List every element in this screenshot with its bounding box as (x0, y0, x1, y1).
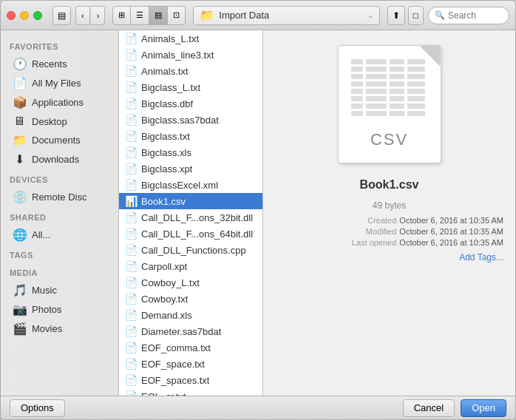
desktop-icon: 🖥 (13, 115, 26, 128)
file-item[interactable]: 📄 Bigclass.xpt (119, 160, 262, 177)
file-item[interactable]: 📄 BigclassExcel.xml (119, 177, 262, 193)
forward-button[interactable]: › (92, 6, 106, 25)
svg-rect-30 (390, 111, 404, 116)
coverflow-view-button[interactable]: ⊡ (168, 6, 186, 25)
file-icon: 📄 (125, 342, 137, 353)
cancel-button[interactable]: Cancel (403, 399, 455, 417)
file-name: Animals_line3.txt (141, 50, 214, 61)
file-name: EOF_comma.txt (141, 342, 211, 353)
tags-section-label: Tags (1, 245, 118, 262)
file-icon: 📄 (125, 65, 137, 77)
location-bar[interactable]: 📁 Import Data ⌄ (193, 6, 379, 25)
file-icon: 📄 (125, 49, 137, 61)
last-opened-row: Last opened October 6, 2016 at 10:35 AM (275, 238, 503, 247)
sidebar-item-photos[interactable]: 📷 Photos (4, 300, 115, 319)
documents-icon: 📁 (13, 133, 26, 147)
all-my-files-icon: 📄 (13, 76, 26, 90)
upload-button[interactable]: ⬆ (387, 6, 405, 25)
sidebar-item-all-shared[interactable]: 🌐 All... (4, 226, 115, 244)
main-area: Favorites 🕐 Recents 📄 All My Files 📦 App… (1, 30, 515, 396)
svg-rect-8 (351, 74, 363, 79)
sidebar-toggle-button[interactable]: ▤ (52, 6, 71, 25)
sidebar-item-downloads[interactable]: ⬇ Downloads (4, 150, 115, 169)
search-box[interactable]: 🔍 (428, 7, 509, 24)
sidebar-item-desktop[interactable]: 🖥 Desktop (4, 112, 115, 130)
sidebar-item-applications[interactable]: 📦 Applications (4, 93, 115, 112)
file-icon: 📄 (125, 390, 137, 396)
back-button[interactable]: ‹ (75, 6, 90, 25)
file-name: Bigclass.xls (141, 147, 191, 158)
file-name: Bigclass.sas7bdat (141, 115, 219, 126)
open-button[interactable]: Open (461, 399, 506, 417)
file-item[interactable]: 📄 EOF_spaces.txt (119, 372, 262, 388)
file-item[interactable]: 📄 Cowboy_L.txt (119, 274, 262, 291)
sidebar-item-all-my-files[interactable]: 📄 All My Files (4, 74, 115, 92)
svg-rect-29 (366, 111, 387, 116)
svg-rect-25 (366, 104, 387, 109)
file-name: Cowboy_L.txt (141, 277, 200, 288)
statusbar-right: Cancel Open (403, 399, 506, 417)
svg-rect-10 (390, 74, 404, 79)
file-item[interactable]: 📄 Call_DLL_F...ons_32bit.dll (119, 209, 262, 226)
favorites-section-label: Favorites (1, 36, 118, 54)
file-item[interactable]: 📄 Animals.txt (119, 63, 262, 79)
options-button[interactable]: Options (10, 399, 65, 417)
svg-rect-24 (351, 104, 363, 109)
chevron-down-icon: ⌄ (367, 11, 373, 19)
file-item[interactable]: 📄 Demand.xls (119, 307, 262, 323)
file-item-selected[interactable]: 📊 Book1.csv (119, 193, 262, 209)
svg-rect-16 (351, 89, 363, 94)
sidebar-item-documents[interactable]: 📁 Documents (4, 131, 115, 149)
modified-label: Modified (366, 227, 397, 236)
file-item[interactable]: 📄 EOF_space.txt (119, 356, 262, 372)
file-name: BigclassExcel.xml (141, 180, 218, 191)
file-item[interactable]: 📄 Bigclass.sas7bdat (119, 112, 262, 128)
svg-rect-27 (407, 104, 425, 109)
svg-rect-22 (390, 96, 404, 101)
file-item[interactable]: 📄 Animals_line3.txt (119, 47, 262, 63)
close-button[interactable] (7, 11, 16, 20)
file-item[interactable]: 📄 Call_DLL_F...ons_64bit.dll (119, 226, 262, 242)
modified-row: Modified October 6, 2016 at 10:35 AM (275, 227, 503, 236)
file-item[interactable]: 📄 Bigclass.dbf (119, 95, 262, 112)
file-name: Bigclass_L.txt (141, 82, 200, 93)
file-item[interactable]: 📄 Bigclass_L.txt (119, 79, 262, 95)
sidebar-item-label: Remote Disc (32, 192, 86, 203)
file-item[interactable]: 📄 Cowboy.txt (119, 291, 262, 307)
file-item[interactable]: 📄 Bigclass.xls (119, 144, 262, 160)
file-metadata: 49 bytes Created October 6, 2016 at 10:3… (275, 200, 503, 262)
file-item[interactable]: 📄 Carpoll.xpt (119, 258, 262, 274)
sidebar-item-label: Photos (32, 304, 61, 315)
file-item[interactable]: 📄 Bigclass.txt (119, 128, 262, 144)
file-icon: 📄 (125, 211, 137, 223)
svg-rect-3 (407, 59, 425, 64)
column-view-button[interactable]: ▤ (149, 6, 168, 25)
zoom-button[interactable] (33, 11, 42, 20)
svg-rect-13 (366, 81, 387, 87)
file-item[interactable]: 📄 EOL_cr.txt (119, 388, 262, 396)
icon-view-button[interactable]: ⊞ (112, 6, 131, 25)
file-item[interactable]: 📄 Call_DLL_Functions.cpp (119, 242, 262, 258)
photos-icon: 📷 (13, 302, 26, 316)
minimize-button[interactable] (20, 11, 29, 20)
folder-icon: 📁 (200, 8, 214, 22)
sidebar-item-movies[interactable]: 🎬 Movies (4, 319, 115, 338)
shared-section-label: Shared (1, 207, 118, 225)
file-item[interactable]: 📄 Diameter.sas7bdat (119, 323, 262, 339)
csv-file-icon: 📊 (125, 195, 137, 207)
file-item[interactable]: 📄 Animals_L.txt (119, 30, 262, 47)
sidebar-item-music[interactable]: 🎵 Music (4, 281, 115, 299)
file-item[interactable]: 📄 EOF_comma.txt (119, 339, 262, 356)
list-view-button[interactable]: ☰ (131, 6, 149, 25)
search-input[interactable] (448, 10, 507, 21)
sidebar-item-recents[interactable]: 🕐 Recents (4, 55, 115, 73)
share-button[interactable]: □ (408, 6, 424, 25)
file-icon: 📄 (125, 163, 137, 175)
sidebar-item-remote-disc[interactable]: 💿 Remote Disc (4, 188, 115, 206)
nav-buttons: ‹ › (75, 6, 105, 25)
file-icon: 📄 (125, 130, 137, 142)
search-icon: 🔍 (435, 10, 445, 20)
file-name: EOF_space.txt (141, 359, 205, 370)
add-tags-button[interactable]: Add Tags... (459, 252, 503, 262)
sidebar-item-label: All My Files (32, 78, 81, 89)
